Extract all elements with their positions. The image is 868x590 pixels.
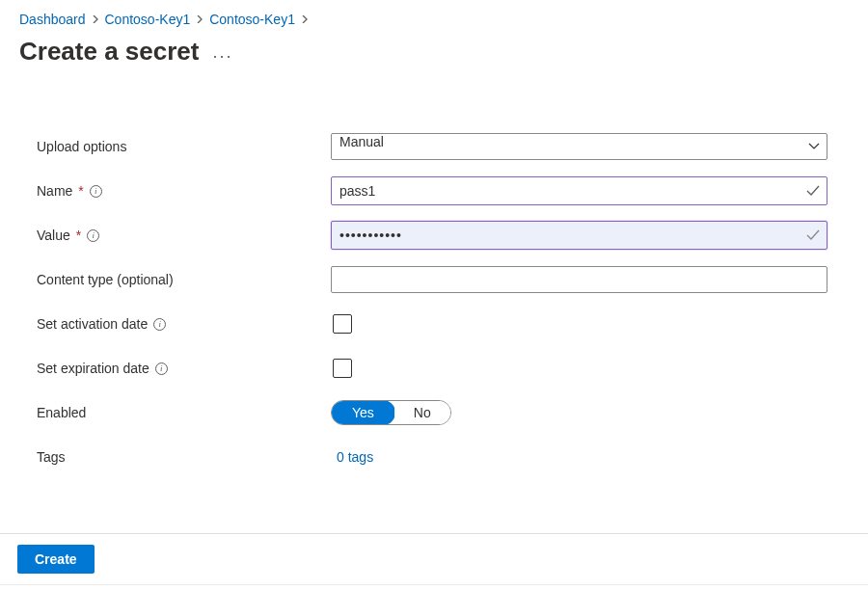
enabled-toggle-no[interactable]: No [394, 401, 450, 424]
name-label: Name [37, 183, 72, 199]
upload-options-label: Upload options [37, 139, 126, 154]
breadcrumb-link-secrets[interactable]: Contoso-Key1 [209, 12, 295, 27]
tags-link[interactable]: 0 tags [337, 449, 373, 465]
enabled-toggle[interactable]: Yes No [331, 400, 451, 425]
content-type-input[interactable] [331, 266, 827, 293]
enabled-label: Enabled [37, 405, 86, 420]
chevron-right-icon [92, 15, 99, 23]
create-secret-form: Upload options Manual Name * i [37, 124, 827, 479]
info-icon[interactable]: i [87, 229, 99, 242]
value-input[interactable] [331, 221, 827, 250]
breadcrumb-link-vault[interactable]: Contoso-Key1 [105, 12, 191, 27]
enabled-toggle-yes[interactable]: Yes [331, 400, 395, 425]
required-indicator: * [76, 228, 81, 243]
expiration-date-checkbox[interactable] [333, 359, 352, 378]
info-icon[interactable]: i [153, 318, 166, 331]
footer: Create [0, 534, 868, 584]
page-title: Create a secret [19, 37, 199, 67]
content-type-label: Content type (optional) [37, 272, 174, 287]
activation-date-checkbox[interactable] [333, 314, 352, 334]
required-indicator: * [78, 183, 83, 199]
tags-label: Tags [37, 449, 66, 465]
expiration-date-label: Set expiration date [37, 361, 149, 376]
chevron-right-icon [196, 15, 203, 23]
divider [0, 584, 868, 585]
info-icon[interactable]: i [90, 185, 102, 198]
more-actions-button[interactable]: ··· [212, 47, 232, 65]
breadcrumb: Dashboard Contoso-Key1 Contoso-Key1 [19, 12, 849, 27]
upload-options-select[interactable]: Manual [331, 133, 827, 160]
activation-date-label: Set activation date [37, 316, 148, 332]
chevron-right-icon [301, 15, 309, 23]
info-icon[interactable]: i [155, 362, 168, 375]
breadcrumb-link-dashboard[interactable]: Dashboard [19, 12, 86, 27]
create-button[interactable]: Create [17, 545, 95, 574]
value-label: Value [37, 228, 70, 243]
name-input[interactable] [331, 176, 827, 205]
